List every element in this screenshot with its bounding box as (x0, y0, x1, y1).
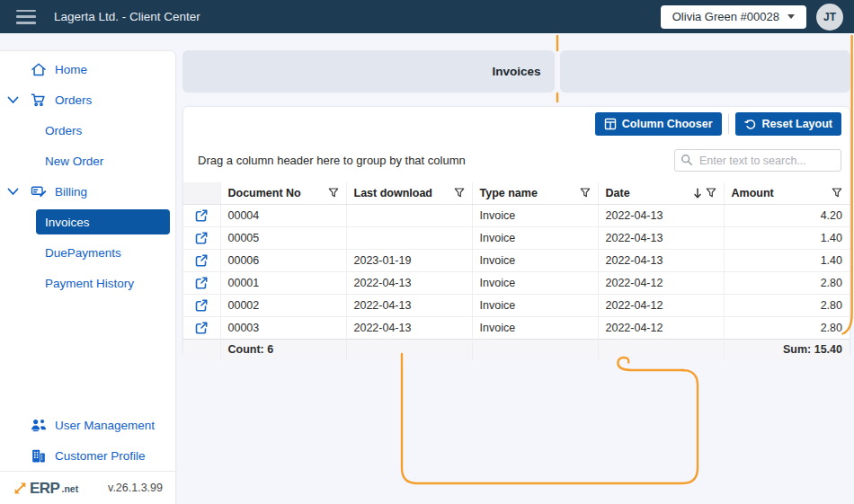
table-row[interactable]: 00006 2023-01-19 Invoice 2022-04-13 1.40 (183, 249, 850, 271)
footer-count: Count: 6 (220, 339, 346, 360)
billing-icon (30, 184, 48, 199)
filter-icon[interactable] (328, 188, 339, 198)
cell-type-name: Invoice (472, 316, 598, 339)
menu-icon[interactable] (16, 10, 36, 24)
cell-date: 2022-04-12 (598, 294, 724, 316)
erp-net-logo[interactable]: ERP .net (13, 481, 78, 496)
grid-header-last-download[interactable]: Last download (346, 182, 472, 204)
cell-amount: 2.80 (724, 271, 850, 294)
sidebar-item-home[interactable]: Home (0, 54, 175, 84)
column-label: Type name (480, 187, 576, 199)
brand-text: ERP (30, 481, 59, 496)
cell-amount: 1.40 (724, 249, 850, 271)
table-row[interactable]: 00002 2022-04-13 Invoice 2022-04-12 2.80 (183, 294, 850, 316)
annotation-rounded-box (402, 354, 698, 483)
table-row[interactable]: 00001 2022-04-13 Invoice 2022-04-12 2.80 (183, 271, 850, 294)
app-title: Lagerta Ltd. - Client Center (54, 10, 200, 23)
grid-header-open (183, 182, 220, 204)
grid-toolbar: Column Chooser Reset Layout (183, 107, 850, 141)
grid-header-date[interactable]: Date (598, 182, 724, 204)
cell-last-download (346, 226, 472, 249)
filter-icon[interactable] (580, 188, 591, 198)
table-row[interactable]: 00005 Invoice 2022-04-13 1.40 (183, 226, 850, 249)
sidebar-item-payment-history[interactable]: Payment History (0, 268, 175, 298)
cell-type-name: Invoice (472, 271, 598, 294)
filter-icon[interactable] (706, 188, 716, 198)
navbar-right: Olivia Green #00028 JT (661, 4, 843, 31)
top-navbar: Lagerta Ltd. - Client Center Olivia Gree… (0, 0, 854, 33)
cell-last-download: 2022-04-13 (346, 316, 472, 339)
cell-amount: 2.80 (724, 316, 850, 339)
cell-document-no: 00006 (220, 249, 346, 271)
sidebar-item-duepayments[interactable]: DuePayments (0, 237, 175, 268)
sidebar-item-new-order[interactable]: New Order (0, 146, 175, 176)
home-icon (30, 62, 48, 77)
filter-icon[interactable] (832, 188, 842, 198)
chevron-down-icon[interactable] (7, 188, 30, 196)
sidebar-item-label: Payment History (45, 277, 134, 290)
avatar[interactable]: JT (816, 4, 843, 31)
grid-header-type-name[interactable]: Type name (472, 182, 598, 204)
cell-last-download: 2022-04-13 (346, 271, 472, 294)
sidebar-group-orders[interactable]: Orders (0, 84, 175, 115)
sidebar-group-label: Orders (55, 93, 92, 107)
column-chooser-label: Column Chooser (622, 118, 713, 130)
column-label: Amount (732, 187, 829, 199)
external-link-icon[interactable] (183, 272, 220, 294)
sidebar-item-invoices[interactable]: Invoices (0, 207, 175, 237)
cell-document-no: 00005 (220, 226, 346, 249)
grid-header-row: Document No Last download Type name Date… (183, 182, 850, 204)
cell-date: 2022-04-12 (598, 271, 724, 294)
user-selector-button[interactable]: Olivia Green #00028 (661, 5, 806, 29)
table-row[interactable]: 00003 2022-04-13 Invoice 2022-04-12 2.80 (183, 316, 850, 339)
sidebar-item-customer-profile[interactable]: Customer Profile (0, 440, 175, 471)
sidebar-item-label: Orders (45, 124, 82, 137)
reset-layout-button[interactable]: Reset Layout (735, 112, 842, 136)
sidebar-item-label: New Order (45, 155, 103, 168)
user-selector-label: Olivia Green #00028 (672, 10, 779, 23)
cell-type-name: Invoice (472, 226, 598, 249)
grid-footer-row: Count: 6 Sum: 15.40 (183, 339, 850, 360)
sidebar-bottom: User Management Customer Profile (0, 410, 175, 471)
undo-icon (744, 118, 757, 130)
sidebar-item-label: Customer Profile (55, 449, 146, 463)
column-chooser-button[interactable]: Column Chooser (595, 112, 722, 136)
column-label: Date (606, 187, 689, 199)
footer-empty-cell (183, 339, 220, 360)
sidebar-item-orders[interactable]: Orders (0, 115, 175, 146)
external-link-icon[interactable] (183, 227, 220, 249)
sidebar-item-label: Home (55, 63, 87, 76)
sidebar-group-billing[interactable]: Billing (0, 176, 175, 207)
column-chooser-icon (604, 118, 617, 130)
building-icon (30, 448, 48, 464)
external-link-icon[interactable] (183, 205, 220, 226)
chevron-down-icon[interactable] (7, 96, 30, 104)
cell-date: 2022-04-13 (598, 204, 724, 226)
cell-amount: 4.20 (724, 204, 850, 226)
external-link-icon[interactable] (183, 317, 220, 339)
version-text: v.26.1.3.99 (108, 482, 163, 494)
cell-type-name: Invoice (472, 249, 598, 271)
table-row[interactable]: 00004 Invoice 2022-04-13 4.20 (183, 204, 850, 226)
group-panel-hint: Drag a column header here to group by th… (198, 154, 466, 167)
cell-date: 2022-04-13 (598, 226, 724, 249)
caret-down-icon (787, 14, 795, 19)
cell-amount: 1.40 (724, 226, 850, 249)
sidebar: Home Orders Orders New Order Billing (0, 50, 176, 504)
search-input[interactable] (674, 149, 841, 172)
footer-empty-cell (598, 339, 724, 360)
cell-last-download: 2022-04-13 (346, 294, 472, 316)
footer-sum: Sum: 15.40 (724, 339, 850, 360)
grid-group-panel: Drag a column header here to group by th… (183, 141, 850, 182)
cell-document-no: 00002 (220, 294, 346, 316)
cell-last-download (346, 204, 472, 226)
grid-header-document-no[interactable]: Document No (220, 182, 346, 204)
sidebar-item-user-management[interactable]: User Management (0, 410, 175, 440)
grid-header-amount[interactable]: Amount (724, 182, 850, 204)
external-link-icon[interactable] (183, 295, 220, 316)
filter-icon[interactable] (454, 188, 465, 198)
toolbar-divider (728, 114, 729, 134)
sidebar-nav: Home Orders Orders New Order Billing (0, 51, 175, 298)
external-link-icon[interactable] (183, 250, 220, 271)
erp-logo-icon (13, 481, 28, 496)
